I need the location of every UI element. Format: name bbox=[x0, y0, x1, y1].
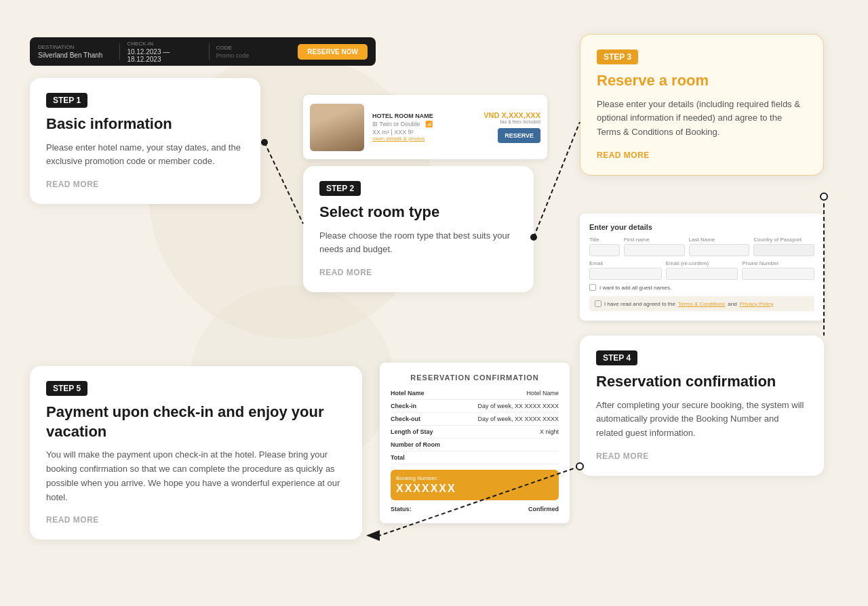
room-tax: tax & fees included bbox=[484, 119, 540, 124]
res-rooms-row: Number of Room bbox=[391, 441, 559, 451]
res-checkin-row: Check-in Day of week, XX XXXX XXXX bbox=[391, 403, 559, 413]
terms-checkbox[interactable] bbox=[595, 300, 601, 307]
details-lastname-col: Last Name bbox=[689, 237, 750, 256]
details-row-2: Email Email (re-confirm) Phone Number bbox=[589, 260, 814, 280]
room-image bbox=[310, 104, 364, 151]
step2-description: Please choose the room type that best su… bbox=[319, 229, 517, 258]
step3-read-more[interactable]: READ MORE bbox=[597, 150, 807, 160]
code-label: CODE bbox=[216, 45, 291, 51]
details-email-col: Email bbox=[589, 260, 662, 280]
res-total-label: Total bbox=[391, 454, 405, 461]
step1-title: Basic information bbox=[46, 115, 244, 134]
step2-badge: STEP 2 bbox=[319, 181, 361, 196]
step1-description: Please enter hotel name, your stay dates… bbox=[46, 141, 244, 169]
booking-number-box: Booking Number: XXXXXXX bbox=[391, 470, 559, 500]
room-reserve-button[interactable]: RESERVE bbox=[498, 128, 540, 143]
step5-description: You will make the payment upon check-in … bbox=[46, 448, 346, 504]
step5-badge: STEP 5 bbox=[46, 381, 87, 396]
booking-number-value: XXXXXXX bbox=[396, 483, 553, 495]
destination-label: DESTINATION bbox=[38, 44, 113, 50]
res-status-label: Status: bbox=[391, 506, 412, 512]
svg-marker-8 bbox=[366, 530, 380, 541]
destination-field: DESTINATION Silverland Ben Thanh bbox=[38, 44, 113, 59]
res-checkout-value: Day of week, XX XXXX XXXX bbox=[477, 416, 559, 422]
res-rooms-label: Number of Room bbox=[391, 441, 440, 448]
terms-text: I have read and agreed to the bbox=[604, 301, 675, 307]
step1-badge: STEP 1 bbox=[46, 93, 87, 108]
step4-title: Reservation confirmation bbox=[596, 372, 808, 392]
room-name: HOTEL ROOM NAME bbox=[372, 113, 475, 119]
reserve-now-button[interactable]: RESERVE NOW bbox=[298, 44, 368, 60]
room-size: XX m² | XXX ft² bbox=[372, 129, 475, 136]
code-value: Promo code bbox=[216, 52, 291, 59]
step2-card: STEP 2 Select room type Please choose th… bbox=[303, 166, 534, 292]
checkin-value: 10.12.2023 — 18.12.2023 bbox=[127, 48, 201, 63]
room-mockup: HOTEL ROOM NAME ⊞ Twin or Double 📶 XX m²… bbox=[303, 95, 547, 159]
details-phone-col: Phone Number bbox=[742, 260, 814, 280]
svg-point-5 bbox=[821, 193, 827, 200]
guest-names-checkbox[interactable] bbox=[589, 284, 596, 291]
svg-line-0 bbox=[264, 142, 303, 224]
step1-card: STEP 1 Basic information Please enter ho… bbox=[30, 78, 260, 204]
room-link[interactable]: room details & photos bbox=[372, 136, 475, 142]
guest-names-label: I want to add all guest names. bbox=[599, 285, 671, 291]
room-pricing: VND X,XXX,XXX tax & fees included RESERV… bbox=[484, 111, 540, 143]
step4-card: STEP 4 Reservation confirmation After co… bbox=[580, 336, 824, 476]
terms-row: I have read and agreed to the Terms & Co… bbox=[589, 296, 814, 311]
res-hotel-value: Hotel Name bbox=[526, 390, 559, 397]
svg-point-1 bbox=[261, 139, 268, 146]
code-field: CODE Promo code bbox=[216, 45, 291, 59]
res-hotel-label: Hotel Name bbox=[391, 390, 425, 397]
step2-title: Select room type bbox=[319, 203, 517, 222]
step4-badge: STEP 4 bbox=[596, 350, 637, 365]
step3-title: Reserve a room bbox=[597, 71, 807, 91]
booking-number-label: Booking Number: bbox=[396, 475, 553, 481]
res-total-row: Total bbox=[391, 454, 559, 464]
header-mockup: DESTINATION Silverland Ben Thanh CHECK-I… bbox=[30, 37, 376, 66]
step5-card: STEP 5 Payment upon check-in and enjoy y… bbox=[30, 366, 362, 540]
terms-link[interactable]: Terms & Conditions bbox=[678, 301, 725, 307]
details-mockup: Enter your details Title First name Last… bbox=[580, 214, 824, 321]
details-guest-names-row: I want to add all guest names. bbox=[589, 284, 814, 291]
step4-description: After completing your secure booking, th… bbox=[596, 399, 808, 441]
reservation-mockup: RESERVATION CONFIRMATION Hotel Name Hote… bbox=[380, 363, 570, 523]
details-country-col: Country of Passport bbox=[753, 237, 814, 256]
step3-badge: STEP 3 bbox=[597, 49, 638, 64]
res-checkin-label: Check-in bbox=[391, 403, 416, 409]
res-status-row: Status: Confirmed bbox=[391, 506, 559, 512]
checkin-field: CHECK-IN 10.12.2023 — 18.12.2023 bbox=[127, 41, 201, 63]
details-row-1: Title First name Last Name Country of Pa… bbox=[589, 237, 814, 256]
details-title: Enter your details bbox=[589, 223, 814, 231]
destination-value: Silverland Ben Thanh bbox=[38, 52, 113, 59]
res-length-row: Length of Stay X night bbox=[391, 428, 559, 439]
res-length-label: Length of Stay bbox=[391, 428, 433, 435]
step5-title: Payment upon check-in and enjoy your vac… bbox=[46, 403, 346, 441]
privacy-link[interactable]: Privacy Policy bbox=[740, 301, 774, 307]
step1-read-more[interactable]: READ MORE bbox=[46, 180, 244, 189]
res-length-value: X night bbox=[540, 428, 559, 435]
res-status-value: Confirmed bbox=[528, 506, 559, 512]
res-checkin-value: Day of week, XX XXXX XXXX bbox=[477, 403, 559, 409]
step5-read-more[interactable]: READ MORE bbox=[46, 515, 346, 525]
checkin-label: CHECK-IN bbox=[127, 41, 201, 47]
details-title-col: Title bbox=[589, 237, 620, 256]
res-checkout-label: Check-out bbox=[391, 416, 420, 422]
room-amenities: ⊞ Twin or Double 📶 bbox=[372, 121, 475, 127]
step2-read-more[interactable]: READ MORE bbox=[319, 268, 517, 277]
details-firstname-col: First name bbox=[624, 237, 685, 256]
step4-read-more[interactable]: READ MORE bbox=[596, 451, 808, 461]
res-hotel-row: Hotel Name Hotel Name bbox=[391, 390, 559, 400]
room-info: HOTEL ROOM NAME ⊞ Twin or Double 📶 XX m²… bbox=[372, 113, 475, 142]
room-price: VND X,XXX,XXX bbox=[484, 111, 540, 119]
res-checkout-row: Check-out Day of week, XX XXXX XXXX bbox=[391, 416, 559, 426]
step3-card: STEP 3 Reserve a room Please enter your … bbox=[580, 34, 824, 176]
step3-description: Please enter your details (including req… bbox=[597, 98, 807, 140]
details-email-confirm-col: Email (re-confirm) bbox=[666, 260, 738, 280]
reservation-title: RESERVATION CONFIRMATION bbox=[391, 373, 559, 382]
